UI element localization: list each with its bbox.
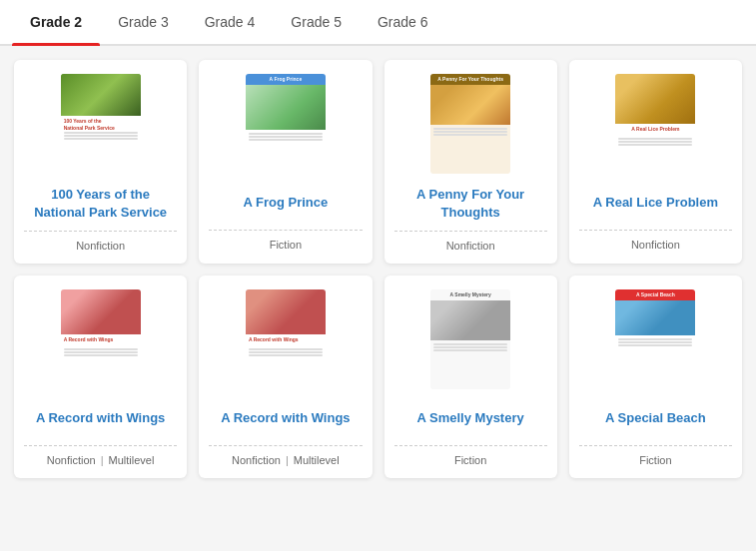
card-thumbnail-1: 100 Years of theNational Park Service [61, 74, 141, 174]
genre-primary: Nonfiction [47, 454, 96, 466]
tab-grade4[interactable]: Grade 4 [187, 0, 274, 44]
card-title-7: A Smelly Mystery [417, 401, 524, 435]
card-title-6: A Record with Wings [221, 401, 350, 435]
tab-grade6[interactable]: Grade 6 [360, 0, 446, 44]
card-title-3: A Penny For Your Thoughts [394, 186, 547, 221]
card-divider-7 [394, 445, 547, 446]
card-title-1: 100 Years of the National Park Service [24, 186, 177, 221]
card-genre-2: Fiction [270, 239, 302, 251]
genre-separator: | [286, 454, 289, 466]
card-divider-8 [579, 445, 732, 446]
card-genre-3: Nonfiction [446, 240, 495, 252]
book-card-5[interactable]: A Record with Wings A Record with WingsN… [14, 276, 187, 478]
tab-grade2[interactable]: Grade 2 [12, 0, 100, 44]
card-thumbnail-5: A Record with Wings [61, 289, 141, 389]
card-thumbnail-6: A Record with Wings [246, 289, 326, 389]
card-genre-4: Nonfiction [631, 239, 680, 251]
card-divider-2 [209, 230, 362, 231]
tab-grade3[interactable]: Grade 3 [100, 0, 187, 44]
card-thumbnail-3: A Penny For Your Thoughts [430, 74, 510, 174]
card-genre-1: Nonfiction [76, 240, 125, 252]
genre-secondary: Multilevel [294, 454, 340, 466]
card-thumbnail-8: A Special Beach [615, 289, 695, 389]
card-title-8: A Special Beach [605, 401, 706, 435]
tab-grade5[interactable]: Grade 5 [273, 0, 360, 44]
card-thumbnail-7: A Smelly Mystery [430, 289, 510, 389]
card-title-2: A Frog Prince [243, 186, 328, 220]
tabs-bar: Grade 2Grade 3Grade 4Grade 5Grade 6 [0, 0, 756, 46]
card-genre-5: Nonfiction|Multilevel [47, 454, 155, 466]
genre-primary: Nonfiction [232, 454, 281, 466]
card-genre-8: Fiction [639, 454, 671, 466]
book-card-1[interactable]: 100 Years of theNational Park Service 10… [14, 60, 187, 264]
book-card-3[interactable]: A Penny For Your Thoughts A Penny For Yo… [384, 60, 557, 264]
card-divider-6 [209, 445, 362, 446]
book-card-7[interactable]: A Smelly Mystery A Smelly MysteryFiction [384, 276, 557, 478]
book-card-6[interactable]: A Record with Wings A Record with WingsN… [199, 276, 372, 478]
book-card-4[interactable]: A Real Lice Problem A Real Lice ProblemN… [569, 60, 742, 264]
card-divider-5 [24, 445, 177, 446]
card-divider-3 [394, 231, 547, 232]
card-thumbnail-4: A Real Lice Problem [615, 74, 695, 174]
card-genre-7: Fiction [454, 454, 486, 466]
card-divider-1 [24, 231, 177, 232]
card-thumbnail-2: A Frog Prince [246, 74, 326, 174]
genre-secondary: Multilevel [109, 454, 155, 466]
book-card-2[interactable]: A Frog Prince A Frog PrinceFiction [199, 60, 372, 264]
genre-separator: | [101, 454, 104, 466]
card-title-4: A Real Lice Problem [593, 186, 718, 220]
card-title-5: A Record with Wings [36, 401, 165, 435]
card-genre-6: Nonfiction|Multilevel [232, 454, 340, 466]
book-grid: 100 Years of theNational Park Service 10… [0, 46, 756, 492]
card-divider-4 [579, 230, 732, 231]
book-card-8[interactable]: A Special Beach A Special BeachFiction [569, 276, 742, 478]
